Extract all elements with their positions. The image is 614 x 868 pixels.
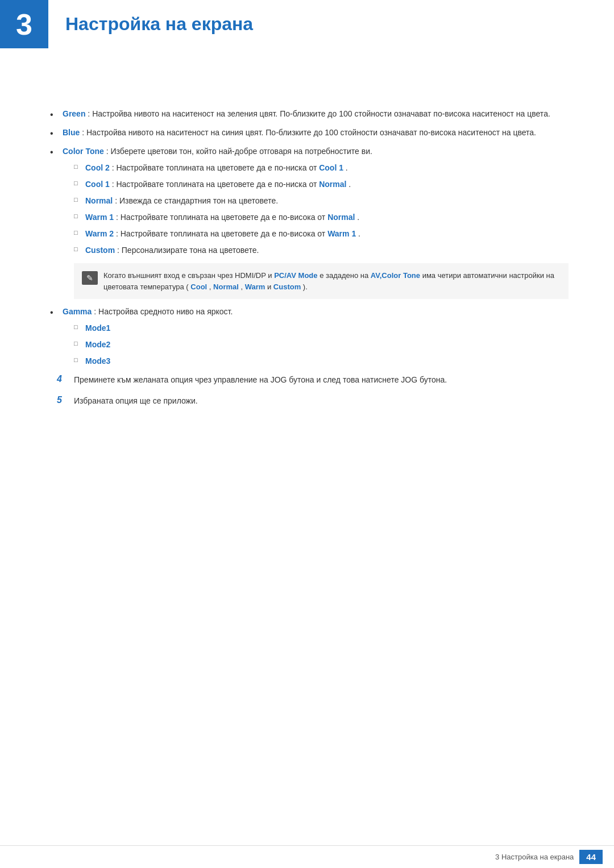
list-item-blue: Blue : Настройва нивото на наситеност на… <box>45 127 569 139</box>
step-4-text: Преминете към желаната опция чрез управл… <box>74 374 447 386</box>
header-title-area: Настройка на екрана <box>48 0 614 48</box>
cool1-ref: Normal <box>319 180 346 189</box>
warm1-text: : Настройвате топлината на цветовете да … <box>116 213 327 222</box>
note-bold3: Cool <box>190 283 207 291</box>
sublist-item-mode2: Mode2 <box>74 339 569 351</box>
note-bold1: PC/AV Mode <box>274 271 317 280</box>
mode3-label: Mode3 <box>85 356 110 366</box>
warm2-label: Warm 2 <box>85 229 114 238</box>
gamma-text: : Настройва средното ниво на яркост. <box>94 307 233 316</box>
step-5: 5 Избраната опция ще се приложи. <box>45 395 569 407</box>
sublist-item-warm1: Warm 1 : Настройвате топлината на цветов… <box>74 211 569 223</box>
main-bullet-list: Green : Настройва нивото на наситеност н… <box>45 108 569 367</box>
cool1-label: Cool 1 <box>85 180 110 189</box>
custom-text: : Персонализирате тона на цветовете. <box>117 246 259 255</box>
custom-label: Custom <box>85 246 115 255</box>
sublist-item-cool1: Cool 1 : Настройвате топлината на цветов… <box>74 178 569 190</box>
mode1-label: Mode1 <box>85 323 110 333</box>
warm1-trail: . <box>357 213 359 222</box>
step-5-number: 5 <box>57 395 74 405</box>
step-5-text: Избраната опция ще се приложи. <box>74 395 198 407</box>
green-text: : Настройва нивото на наситеност на зеле… <box>88 109 550 118</box>
warm2-text: : Настройвате топлината на цветовете да … <box>116 229 327 238</box>
page-title: Настройка на екрана <box>65 14 253 35</box>
sublist-item-cool2: Cool 2 : Настройвате топлината на цветов… <box>74 162 569 174</box>
blue-label: Blue <box>63 128 80 137</box>
cool2-text: : Настройвате топлината на цветовете да … <box>112 163 320 172</box>
note-text-before: Когато външният вход е свързан чрез HDMI… <box>103 271 274 280</box>
main-content: Green : Настройва нивото на наситеност н… <box>0 45 614 462</box>
note-box: Когато външният вход е свързан чрез HDMI… <box>74 263 569 299</box>
gamma-sublist: Mode1 Mode2 Mode3 <box>74 322 569 367</box>
normal-label: Normal <box>85 196 113 205</box>
green-label: Green <box>63 109 85 118</box>
warm2-ref: Warm 1 <box>327 229 356 238</box>
page-footer: 3 Настройка на екрана 44 <box>0 845 614 868</box>
step-4-number: 4 <box>57 374 74 384</box>
note-text-end: ). <box>303 283 308 291</box>
chapter-number-block: 3 <box>0 0 48 48</box>
color-tone-label: Color Tone <box>63 147 104 156</box>
step-4: 4 Преминете към желаната опция чрез упра… <box>45 374 569 386</box>
list-item-color-tone: Color Tone : Изберете цветови тон, който… <box>45 146 569 299</box>
warm2-trail: . <box>358 229 360 238</box>
normal-text: : Извежда се стандартния тон на цветовет… <box>115 196 278 205</box>
sublist-item-custom: Custom : Персонализирате тона на цветове… <box>74 244 569 256</box>
cool2-label: Cool 2 <box>85 163 110 172</box>
chapter-number: 3 <box>16 10 32 39</box>
note-text: Когато външният вход е свързан чрез HDMI… <box>103 270 561 292</box>
note-text-mid5: и <box>267 283 273 291</box>
mode2-label: Mode2 <box>85 340 110 349</box>
footer-page-number: 44 <box>579 850 603 864</box>
list-item-green: Green : Настройва нивото на наситеност н… <box>45 108 569 120</box>
color-tone-text: : Изберете цветови тон, който най-добре … <box>106 147 372 156</box>
list-item-gamma: Gamma : Настройва средното ниво на яркос… <box>45 306 569 367</box>
note-text-mid: е зададено на <box>320 271 371 280</box>
cool2-trail: . <box>346 163 348 172</box>
note-bold4: Normal <box>213 283 239 291</box>
sublist-item-warm2: Warm 2 : Настройвате топлината на цветов… <box>74 228 569 240</box>
warm1-label: Warm 1 <box>85 213 114 222</box>
gamma-label: Gamma <box>63 307 92 316</box>
sublist-item-mode1: Mode1 <box>74 322 569 334</box>
note-icon <box>82 271 98 285</box>
note-bold2: AV,Color Tone <box>371 271 420 280</box>
note-bold5: Warm <box>245 283 265 291</box>
sublist-item-mode3: Mode3 <box>74 355 569 367</box>
sublist-item-normal: Normal : Извежда се стандартния тон на ц… <box>74 195 569 207</box>
cool1-trail: . <box>349 180 351 189</box>
cool1-text: : Настройвате топлината на цветовете да … <box>112 180 320 189</box>
footer-chapter-text: 3 Настройка на екрана <box>495 853 574 861</box>
note-text-mid4: , <box>240 283 244 291</box>
cool2-ref: Cool 1 <box>319 163 343 172</box>
page-header: 3 Настройка на екрана <box>0 0 614 28</box>
note-text-mid3: , <box>209 283 213 291</box>
color-tone-sublist: Cool 2 : Настройвате топлината на цветов… <box>74 162 569 256</box>
warm1-ref: Normal <box>327 213 355 222</box>
blue-text: : Настройва нивото на наситеност на сини… <box>82 128 536 137</box>
note-bold6: Custom <box>273 283 301 291</box>
